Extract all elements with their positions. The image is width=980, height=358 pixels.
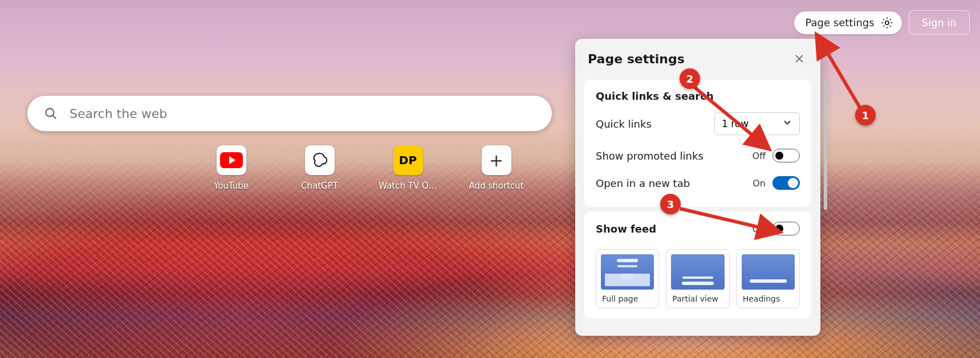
layout-headings[interactable]: Headings xyxy=(737,249,800,308)
feed-layout-options: Full page Partial view Headings xyxy=(596,249,800,308)
annotation-callout-3: 3 xyxy=(660,194,681,214)
svg-point-0 xyxy=(885,21,888,24)
shortcut-youtube[interactable]: YouTube xyxy=(204,145,258,191)
sign-in-button[interactable]: Sign in xyxy=(909,10,970,35)
page-settings-button[interactable]: Page settings xyxy=(794,11,902,34)
open-new-tab-setting: Open in a new tab On xyxy=(596,169,800,197)
panel-title: Page settings xyxy=(588,52,685,66)
add-shortcut-button[interactable]: + Add shortcut xyxy=(469,145,523,191)
layout-label: Headings xyxy=(742,294,795,303)
search-icon xyxy=(43,106,58,121)
chatgpt-icon xyxy=(305,145,335,175)
shortcut-label: ChatGPT xyxy=(301,181,338,191)
quick-links-row: YouTube ChatGPT DP Watch TV O… + Add sho… xyxy=(204,145,523,191)
toggle-state-text: On xyxy=(753,178,766,189)
setting-label: Open in a new tab xyxy=(596,177,690,189)
layout-thumbnail xyxy=(742,254,795,290)
layout-thumbnail xyxy=(601,254,654,290)
setting-label: Show feed xyxy=(596,223,656,235)
youtube-icon xyxy=(217,145,246,175)
shortcut-label: YouTube xyxy=(214,181,249,191)
gear-icon xyxy=(880,16,894,30)
shortcut-label: Watch TV O… xyxy=(379,181,437,191)
layout-label: Partial view xyxy=(671,294,724,303)
shortcut-label: Add shortcut xyxy=(469,181,524,191)
close-icon xyxy=(794,54,804,64)
chevron-down-icon xyxy=(782,117,792,130)
layout-label: Full page xyxy=(601,294,654,303)
shortcut-watchtv[interactable]: DP Watch TV O… xyxy=(381,145,435,191)
annotation-callout-2: 2 xyxy=(680,68,700,89)
sign-in-label: Sign in xyxy=(922,17,957,29)
layout-partial-view[interactable]: Partial view xyxy=(666,249,729,308)
plus-icon: + xyxy=(482,145,511,175)
setting-label: Quick links xyxy=(596,118,652,130)
new-tab-page: Page settings Sign in YouTube xyxy=(0,0,980,358)
page-settings-label: Page settings xyxy=(806,17,875,29)
search-bar[interactable] xyxy=(27,96,552,131)
annotation-arrow-3 xyxy=(676,204,784,244)
open-new-tab-toggle[interactable] xyxy=(772,176,800,190)
search-input[interactable] xyxy=(70,107,536,121)
close-panel-button[interactable] xyxy=(791,50,808,67)
shortcut-chatgpt[interactable]: ChatGPT xyxy=(292,145,347,191)
layout-full-page[interactable]: Full page xyxy=(596,249,659,308)
layout-thumbnail xyxy=(671,254,724,290)
svg-point-1 xyxy=(46,108,54,116)
annotation-arrow-2 xyxy=(687,80,778,160)
panel-header: Page settings xyxy=(575,50,820,75)
dp-icon: DP xyxy=(393,145,423,175)
annotation-callout-1: 1 xyxy=(855,105,876,125)
